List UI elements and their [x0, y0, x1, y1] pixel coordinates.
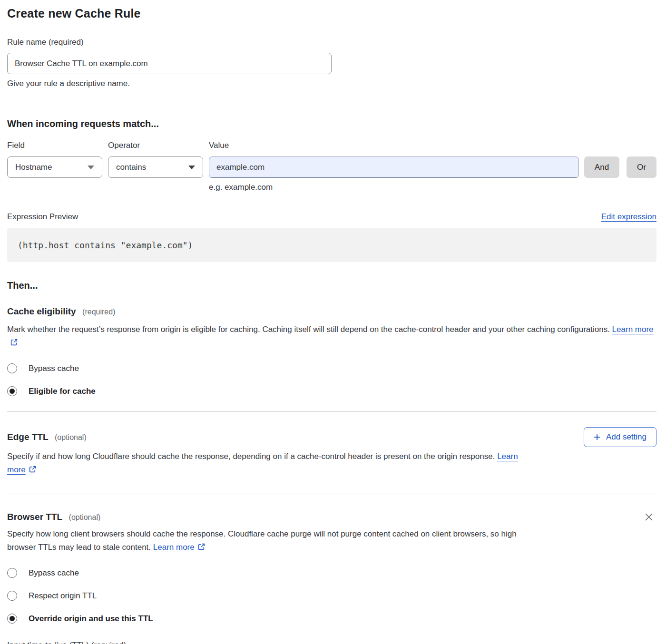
cache-eligibility-description-text: Mark whether the request’s response from…: [7, 325, 610, 334]
divider: [7, 494, 656, 494]
cache-eligibility-heading: Cache eligibility: [7, 306, 76, 317]
divider: [7, 411, 656, 412]
plus-icon: +: [594, 431, 600, 443]
value-input-text: example.com: [216, 163, 264, 172]
cache-eligibility-qualifier: (required): [82, 308, 115, 316]
external-link-icon: [29, 464, 37, 478]
edge-ttl-header: Edge TTL (optional) + Add setting: [7, 427, 656, 447]
browser-ttl-description-text: Specify how long client browsers should …: [7, 529, 517, 552]
radio-label: Bypass cache: [29, 568, 79, 578]
radio-label: Eligible for cache: [29, 387, 96, 396]
browser-ttl-qualifier: (optional): [69, 513, 101, 521]
edge-ttl-description-text: Specify if and how long Cloudflare shoul…: [7, 452, 495, 461]
field-select[interactable]: Hostname: [7, 156, 102, 178]
ttl-input-label: Input time-to-live (TTL) (required): [7, 641, 656, 644]
edit-expression-link[interactable]: Edit expression: [601, 212, 656, 222]
cache-eligibility-description: Mark whether the request’s response from…: [7, 323, 656, 351]
radio-checked-icon: [7, 614, 17, 624]
close-icon: [643, 511, 655, 523]
page-title: Create new Cache Rule: [7, 7, 656, 20]
value-input[interactable]: example.com: [209, 156, 579, 178]
field-select-value: Hostname: [15, 163, 52, 172]
radio-browser-bypass-cache[interactable]: Bypass cache: [7, 568, 656, 578]
and-button[interactable]: And: [584, 156, 619, 178]
edge-ttl-description: Specify if and how long Cloudflare shoul…: [7, 450, 530, 478]
radio-bypass-cache[interactable]: Bypass cache: [7, 363, 656, 373]
radio-label: Respect origin TTL: [29, 591, 97, 601]
divider: [7, 102, 656, 102]
operator-select-value: contains: [116, 163, 146, 172]
chevron-down-icon: [88, 166, 94, 169]
match-condition-row: Field Hostname Operator contains Value e…: [7, 141, 656, 192]
radio-icon: [7, 363, 17, 373]
expression-code: (http.host contains "example.com"): [7, 228, 656, 262]
rule-name-input[interactable]: Browser Cache TTL on example.com: [7, 53, 332, 74]
browser-ttl-header: Browser TTL (optional): [7, 509, 656, 525]
edge-ttl-heading: Edge TTL: [7, 432, 49, 442]
create-cache-rule-form: Create new Cache Rule Rule name (require…: [0, 0, 666, 644]
chevron-down-icon: [188, 166, 195, 169]
rule-name-label: Rule name (required): [7, 38, 656, 47]
radio-respect-origin-ttl[interactable]: Respect origin TTL: [7, 591, 656, 601]
then-heading: Then...: [7, 280, 656, 291]
value-label: Value: [209, 141, 579, 150]
radio-icon: [7, 568, 17, 578]
external-link-icon: [10, 337, 18, 351]
operator-label: Operator: [108, 141, 203, 150]
browser-ttl-learn-more-link[interactable]: Learn more: [153, 543, 195, 552]
radio-eligible-for-cache[interactable]: Eligible for cache: [7, 386, 656, 396]
value-help: e.g. example.com: [209, 183, 579, 192]
radio-label: Bypass cache: [29, 364, 79, 373]
operator-select[interactable]: contains: [108, 156, 203, 178]
or-button[interactable]: Or: [627, 156, 656, 178]
add-setting-button[interactable]: + Add setting: [584, 427, 656, 447]
expression-preview-label: Expression Preview: [7, 212, 78, 222]
radio-override-origin-ttl[interactable]: Override origin and use this TTL: [7, 614, 656, 624]
edge-ttl-qualifier: (optional): [55, 433, 87, 441]
browser-ttl-heading: Browser TTL: [7, 512, 62, 522]
cache-eligibility-header: Cache eligibility (required): [7, 306, 656, 317]
rule-name-value: Browser Cache TTL on example.com: [15, 59, 148, 68]
radio-label: Override origin and use this TTL: [29, 614, 153, 624]
radio-icon: [7, 591, 17, 601]
external-link-icon: [197, 542, 206, 555]
radio-checked-icon: [7, 386, 17, 396]
field-label: Field: [7, 141, 102, 150]
match-heading: When incoming requests match...: [7, 118, 656, 129]
add-setting-label: Add setting: [606, 432, 646, 442]
rule-name-help: Give your rule a descriptive name.: [7, 79, 656, 88]
browser-ttl-description: Specify how long client browsers should …: [7, 527, 528, 555]
cache-eligibility-learn-more-link[interactable]: Learn more: [612, 325, 654, 334]
close-browser-ttl-button[interactable]: [641, 509, 656, 525]
